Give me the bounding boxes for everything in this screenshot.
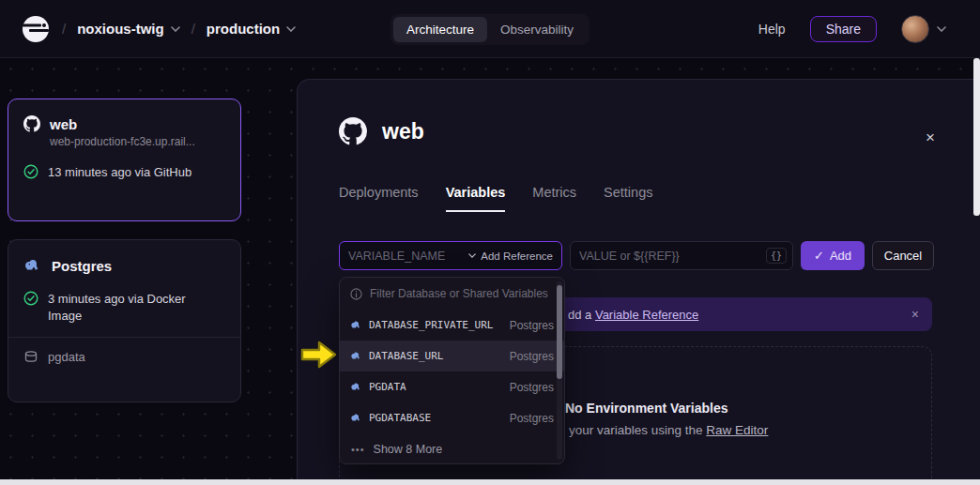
chevron-down-icon bbox=[937, 26, 946, 32]
empty-state-title: No Environment Variables bbox=[565, 401, 728, 416]
volume-disk-icon bbox=[23, 349, 38, 364]
variable-value-box: {} bbox=[570, 241, 793, 270]
dropdown-item-pgdata[interactable]: PGDATA Postgres bbox=[340, 371, 564, 402]
show-more-label: Show 8 More bbox=[374, 443, 443, 456]
share-button[interactable]: Share bbox=[810, 16, 877, 42]
cancel-button[interactable]: Cancel bbox=[872, 241, 934, 270]
variable-name: PGDATA bbox=[369, 381, 406, 393]
tab-deployments[interactable]: Deployments bbox=[339, 185, 419, 212]
variable-name: DATABASE_URL bbox=[369, 350, 443, 362]
variable-reference-dropdown: Filter Database or Shared Variables DATA… bbox=[339, 277, 565, 464]
github-icon bbox=[23, 115, 40, 132]
divider bbox=[8, 337, 240, 338]
view-switcher: Architecture Observability bbox=[390, 14, 590, 45]
variable-source: Postgres bbox=[510, 350, 554, 363]
dropdown-item-database-url[interactable]: DATABASE_URL Postgres bbox=[340, 341, 564, 371]
add-reference-label: Add Reference bbox=[481, 250, 553, 262]
new-variable-form: Add Reference {} ✓ Add Cancel bbox=[339, 241, 934, 270]
avatar bbox=[901, 15, 929, 43]
banner-close-icon[interactable]: × bbox=[911, 307, 919, 322]
project-name: noxious-twig bbox=[77, 21, 164, 37]
breadcrumb-project[interactable]: noxious-twig bbox=[77, 21, 180, 37]
variable-name-input[interactable] bbox=[348, 250, 466, 263]
topbar-right: Help Share bbox=[758, 15, 959, 43]
deploy-status: 3 minutes ago via Docker Image bbox=[48, 291, 217, 324]
variable-name: PGDATABASE bbox=[369, 412, 431, 424]
check-circle-icon bbox=[23, 291, 38, 306]
breadcrumb-environment[interactable]: production bbox=[207, 21, 296, 37]
account-menu[interactable] bbox=[901, 15, 946, 43]
service-card-postgres[interactable]: Postgres 3 minutes ago via Docker Image … bbox=[8, 239, 241, 402]
check-circle-icon bbox=[23, 164, 38, 179]
chevron-down-icon bbox=[171, 26, 180, 32]
help-link[interactable]: Help bbox=[758, 22, 786, 37]
panel-title: web bbox=[382, 119, 424, 144]
postgres-icon bbox=[350, 412, 362, 424]
ellipsis-icon: ••• bbox=[351, 444, 365, 455]
dropdown-filter[interactable]: Filter Database or Shared Variables bbox=[340, 278, 564, 310]
braces-icon[interactable]: {} bbox=[766, 248, 787, 264]
dropdown-scrollbar-thumb[interactable] bbox=[557, 285, 562, 379]
service-name: Postgres bbox=[52, 258, 112, 274]
deploy-status: 13 minutes ago via GitHub bbox=[48, 164, 191, 181]
topbar: / noxious-twig / production Architecture… bbox=[0, 0, 980, 58]
variable-reference-link[interactable]: Variable Reference bbox=[595, 308, 698, 322]
postgres-icon bbox=[350, 381, 362, 393]
tab-observability[interactable]: Observability bbox=[487, 17, 587, 42]
variable-source: Postgres bbox=[510, 412, 554, 425]
github-icon bbox=[339, 117, 367, 145]
postgres-icon bbox=[350, 319, 362, 331]
breadcrumb-separator: / bbox=[191, 21, 195, 37]
add-reference-button[interactable]: Add Reference bbox=[466, 250, 556, 262]
service-detail-panel: web × Deployments Variables Metrics Sett… bbox=[297, 79, 980, 485]
dropdown-item-database-private-url[interactable]: DATABASE_PRIVATE_URL Postgres bbox=[340, 310, 564, 341]
variable-source: Postgres bbox=[510, 319, 554, 332]
variable-source: Postgres bbox=[510, 381, 554, 394]
add-button-label: Add bbox=[830, 249, 851, 263]
tab-variables[interactable]: Variables bbox=[446, 185, 506, 212]
panel-tabs: Deployments Variables Metrics Settings bbox=[339, 185, 652, 212]
service-name: web bbox=[50, 116, 77, 132]
postgres-icon bbox=[23, 256, 42, 275]
show-more-button[interactable]: ••• Show 8 More bbox=[340, 433, 564, 464]
tab-settings[interactable]: Settings bbox=[604, 185, 652, 212]
panel-header: web bbox=[339, 117, 424, 145]
variable-value-input[interactable] bbox=[579, 250, 766, 263]
volume-name: pgdata bbox=[48, 350, 85, 364]
cursor-arrow-icon bbox=[300, 339, 338, 371]
tab-architecture[interactable]: Architecture bbox=[393, 17, 487, 42]
postgres-icon bbox=[350, 350, 362, 362]
chevron-down-icon bbox=[286, 26, 296, 32]
environment-name: production bbox=[207, 21, 280, 37]
empty-state-subtitle: your variables using the Raw Editor bbox=[569, 423, 768, 437]
variable-name: DATABASE_PRIVATE_URL bbox=[369, 319, 493, 331]
raw-editor-link[interactable]: Raw Editor bbox=[706, 423, 768, 437]
service-domain: web-production-fc3e.up.rail... bbox=[50, 135, 225, 148]
railway-project-window: / noxious-twig / production Architecture… bbox=[0, 0, 980, 485]
service-card-web[interactable]: web web-production-fc3e.up.rail... 13 mi… bbox=[8, 99, 241, 221]
horizontal-scrollbar[interactable] bbox=[0, 479, 980, 485]
vertical-scrollbar-thumb[interactable] bbox=[973, 58, 980, 216]
add-variable-button[interactable]: ✓ Add bbox=[801, 241, 865, 270]
info-icon bbox=[350, 288, 362, 300]
dropdown-filter-label: Filter Database or Shared Variables bbox=[370, 287, 548, 300]
volume-row[interactable]: pgdata bbox=[23, 349, 225, 364]
railway-logo-icon[interactable] bbox=[21, 14, 51, 44]
breadcrumb-separator: / bbox=[62, 21, 66, 37]
dropdown-item-pgdatabase[interactable]: PGDATABASE Postgres bbox=[340, 402, 564, 433]
close-icon[interactable]: × bbox=[926, 129, 935, 147]
tab-metrics[interactable]: Metrics bbox=[532, 185, 576, 212]
check-icon: ✓ bbox=[814, 249, 824, 263]
variable-name-box: Add Reference bbox=[339, 241, 562, 270]
chevron-down-icon bbox=[468, 253, 476, 258]
